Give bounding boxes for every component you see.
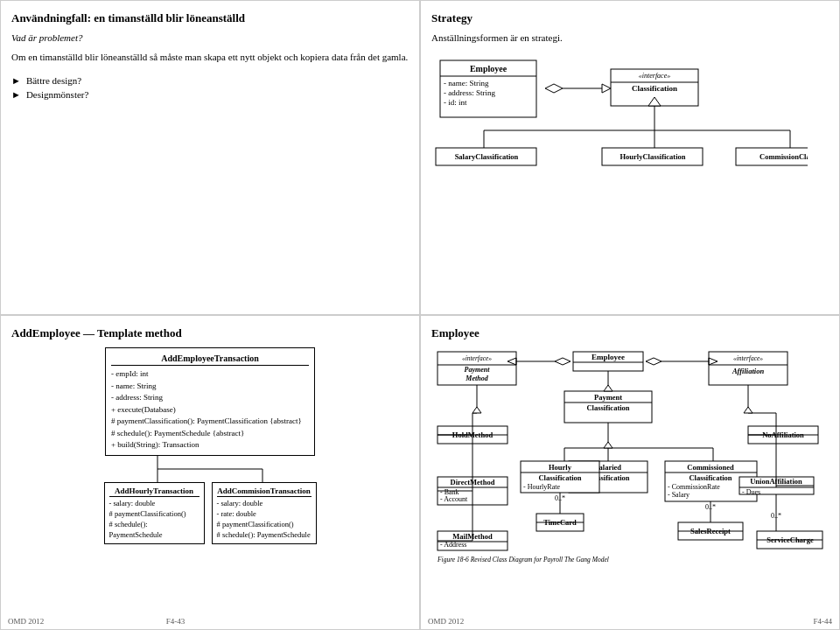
svg-text:- Account: - Account bbox=[440, 495, 468, 503]
svg-text:- CommissionRate: - CommissionRate bbox=[668, 483, 720, 491]
bullet-label-2: Designmönster? bbox=[26, 89, 88, 100]
svg-text:«interface»: «interface» bbox=[733, 354, 763, 362]
svg-text:- id: int: - id: int bbox=[444, 98, 467, 107]
hourly-field-2: # paymentClassification() bbox=[109, 509, 200, 520]
hourly-title: AddHourlyTransaction bbox=[109, 486, 200, 498]
bullet-label-1: Bättre design? bbox=[26, 75, 81, 86]
svg-marker-6 bbox=[545, 84, 563, 93]
svg-text:- Salary: - Salary bbox=[668, 491, 690, 499]
transaction-field-7: + build(String): Transaction bbox=[111, 439, 309, 452]
transaction-field-3: - address: String bbox=[111, 392, 309, 404]
commission-title: AddCommisionTransaction bbox=[217, 486, 312, 498]
hourly-field-1: - salary: double bbox=[109, 499, 200, 509]
commission-field-2: - rate: double bbox=[217, 509, 312, 520]
bullet-2: ► Designmönster? bbox=[11, 89, 409, 100]
svg-text:Affiliation: Affiliation bbox=[732, 367, 764, 375]
svg-text:CommissionClassif...: CommissionClassif... bbox=[760, 152, 808, 161]
q4-footer-right: F4-44 bbox=[813, 617, 832, 626]
svg-text:Payment: Payment bbox=[465, 366, 491, 374]
svg-text:Classification: Classification bbox=[632, 84, 677, 93]
svg-text:Commissioned: Commissioned bbox=[687, 463, 734, 472]
svg-marker-75 bbox=[604, 442, 612, 448]
svg-text:Hourly: Hourly bbox=[549, 463, 572, 472]
svg-text:SalaryClassification: SalaryClassification bbox=[455, 152, 519, 161]
hourly-field-3: # schedule(): PaymentSchedule bbox=[109, 520, 200, 541]
svg-marker-8 bbox=[602, 84, 611, 93]
transaction-field-1: - empId: int bbox=[111, 368, 309, 381]
add-hourly-transaction-box: AddHourlyTransaction - salary: double # … bbox=[104, 482, 205, 544]
svg-text:- Address: - Address bbox=[440, 541, 466, 549]
transaction-field-5: # paymentClassification(): PaymentClassi… bbox=[111, 416, 309, 428]
svg-text:- HourlyRate: - HourlyRate bbox=[523, 483, 560, 491]
q1-subtitle: Vad är problemet? bbox=[11, 32, 82, 43]
svg-text:Method: Method bbox=[465, 374, 488, 382]
svg-text:Classification: Classification bbox=[538, 473, 581, 482]
svg-text:Employee: Employee bbox=[592, 353, 625, 361]
inheritance-arrow bbox=[105, 456, 315, 482]
commission-field-4: # schedule(): PaymentSchedule bbox=[217, 530, 312, 541]
q4-footer-left: OMD 2012 bbox=[428, 617, 464, 626]
quadrant-3: AddEmployee — Template method AddEmploye… bbox=[0, 315, 420, 630]
svg-text:HourlyClassification: HourlyClassification bbox=[620, 152, 685, 161]
strategy-diagram: Employee - name: String - address: Strin… bbox=[431, 52, 808, 227]
svg-text:- Dues: - Dues bbox=[742, 488, 760, 496]
svg-text:- name: String: - name: String bbox=[444, 79, 489, 88]
quadrant-1: Användningfall: en timanställd blir löne… bbox=[0, 0, 420, 315]
svg-text:Employee: Employee bbox=[470, 64, 508, 74]
q3-title: AddEmployee — Template method bbox=[11, 326, 409, 340]
svg-text:«interface»: «interface» bbox=[462, 354, 492, 362]
q2-title: Strategy bbox=[431, 11, 829, 25]
svg-marker-45 bbox=[646, 358, 662, 365]
q1-body: Om en timanställd blir löneanställd så m… bbox=[11, 50, 409, 65]
svg-marker-42 bbox=[555, 358, 570, 365]
bullet-1: ► Bättre design? bbox=[11, 75, 409, 86]
svg-text:ServiceCharge: ServiceCharge bbox=[766, 536, 814, 544]
svg-text:Classification: Classification bbox=[689, 473, 732, 482]
quadrant-2: Strategy Anställningsformen är en strate… bbox=[420, 0, 840, 315]
bullet-arrow-2: ► bbox=[11, 89, 21, 100]
svg-marker-106 bbox=[744, 407, 752, 413]
commission-field-3: # paymentClassification() bbox=[217, 520, 312, 530]
svg-marker-72 bbox=[472, 407, 481, 413]
svg-text:TimeCard: TimeCard bbox=[543, 518, 577, 527]
q2-subtitle: Anställningsformen är en strategi. bbox=[431, 32, 829, 43]
svg-text:«interface»: «interface» bbox=[639, 72, 670, 80]
transaction-field-4: + execute(Database) bbox=[111, 404, 309, 416]
q3-footer-left: OMD 2012 F4-43 bbox=[8, 617, 185, 626]
transaction-field-2: - name: String bbox=[111, 381, 309, 393]
q4-title: Employee bbox=[431, 326, 829, 340]
svg-marker-53 bbox=[604, 385, 612, 391]
q1-title: Användningfall: en timanställd blir löne… bbox=[11, 11, 409, 25]
svg-text:Classification: Classification bbox=[586, 403, 629, 412]
svg-text:Figure 18-6  Revised Class Dia: Figure 18-6 Revised Class Diagram for Pa… bbox=[437, 556, 609, 564]
add-commission-transaction-box: AddCommisionTransaction - salary: double… bbox=[212, 482, 317, 544]
employee-diagram: «interface» Payment Method Employee «int… bbox=[433, 347, 827, 630]
svg-text:- address: String: - address: String bbox=[444, 88, 495, 97]
add-employee-transaction-box: AddEmployeeTransaction - empId: int - na… bbox=[105, 347, 315, 456]
bullet-arrow-1: ► bbox=[11, 75, 21, 86]
transaction-title: AddEmployeeTransaction bbox=[111, 352, 309, 366]
transaction-field-6: # schedule(): PaymentSchedule {abstract} bbox=[111, 428, 309, 440]
commission-field-1: - salary: double bbox=[217, 499, 312, 509]
svg-text:Payment: Payment bbox=[594, 393, 622, 402]
quadrant-4: Employee «interface» Payment Method Empl… bbox=[420, 315, 840, 630]
svg-text:SalesReceipt: SalesReceipt bbox=[690, 527, 731, 536]
